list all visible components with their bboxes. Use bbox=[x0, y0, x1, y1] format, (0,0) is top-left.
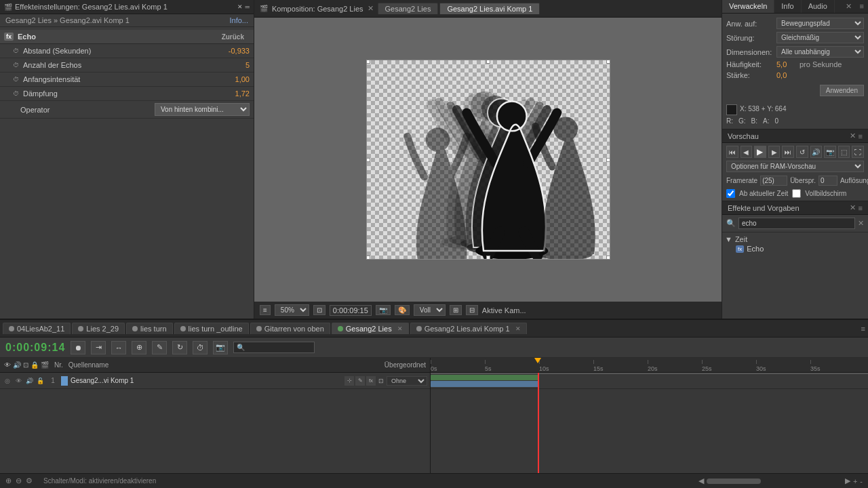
handle-ml[interactable] bbox=[366, 158, 370, 162]
audio-btn[interactable]: 🔊 bbox=[810, 146, 823, 158]
timeline-scrollbar[interactable] bbox=[707, 479, 842, 484]
ext-btn[interactable]: ⬚ bbox=[838, 146, 850, 158]
handle-tm[interactable] bbox=[486, 60, 490, 64]
vollbild-check[interactable] bbox=[792, 189, 801, 198]
fullscreen-btn[interactable]: ⛶ bbox=[852, 146, 864, 158]
parent-select-1[interactable]: Ohne bbox=[387, 376, 427, 386]
camera-btn[interactable]: 📷 bbox=[376, 305, 391, 315]
audio-icon[interactable]: 🔊 bbox=[24, 376, 34, 386]
tl-ctrl-btn-2[interactable]: ⇥ bbox=[91, 341, 106, 354]
tl-ctrl-btn-1[interactable]: ⏺ bbox=[71, 341, 85, 354]
layer-track-bar[interactable] bbox=[431, 381, 539, 387]
effekte-close[interactable]: ✕ bbox=[850, 203, 856, 212]
handle-bl[interactable] bbox=[366, 256, 370, 260]
fit-btn[interactable]: ⊡ bbox=[313, 305, 326, 315]
layer-icon-1[interactable]: ⊹ bbox=[344, 376, 354, 386]
handle-tr[interactable] bbox=[606, 60, 610, 64]
tl-tab-2[interactable]: lies turn bbox=[126, 323, 173, 334]
anzahl-value[interactable]: 5 bbox=[209, 61, 250, 69]
grid-btn[interactable]: ⊞ bbox=[450, 305, 462, 315]
footer-icon-2[interactable]: ⊖ bbox=[16, 476, 22, 485]
tab-audio[interactable]: Audio bbox=[802, 0, 835, 13]
tl-tab-1[interactable]: Lies 2_29 bbox=[72, 323, 125, 334]
zoom-out-btn[interactable]: - bbox=[860, 477, 863, 485]
loop-btn[interactable]: ↺ bbox=[796, 146, 808, 158]
handle-tl[interactable] bbox=[366, 60, 370, 64]
tl-ctrl-btn-7[interactable]: ⏱ bbox=[193, 341, 208, 354]
layer-name-1[interactable]: Gesang2...vi Komp 1 bbox=[71, 377, 342, 384]
dimension-select[interactable]: Alle unabhängig bbox=[776, 46, 864, 58]
timeline-menu[interactable]: ≡ bbox=[861, 325, 865, 333]
anw-select[interactable]: Bewegungspfad bbox=[776, 18, 864, 29]
ram-select[interactable]: Optionen für RAM-Vorschau bbox=[726, 161, 864, 172]
tl-tab-close-6[interactable]: ✕ bbox=[515, 325, 521, 332]
tl-tab-6[interactable]: Gesang2 Lies.avi Komp 1 ✕ bbox=[410, 323, 527, 334]
comp-tab-1[interactable]: Gesang2 Lies.avi Komp 1 bbox=[439, 3, 540, 14]
framerate-input[interactable] bbox=[760, 176, 787, 186]
tab-verwackeln[interactable]: Verwackeln bbox=[722, 0, 774, 13]
tl-tab-0[interactable]: 04LiesAb2_11 bbox=[3, 323, 71, 334]
tree-label-zeit[interactable]: ▼ Zeit bbox=[725, 235, 865, 243]
right-panel-close[interactable]: ✕ bbox=[842, 0, 856, 13]
tab-info-right[interactable]: Info bbox=[774, 0, 801, 13]
ubersp-input[interactable] bbox=[818, 176, 837, 186]
comp-tab-0[interactable]: Gesang2 Lies bbox=[378, 3, 439, 14]
scroll-left-btn[interactable]: ◀ bbox=[698, 476, 704, 485]
handle-bm[interactable] bbox=[486, 256, 490, 260]
vorschau-close[interactable]: ✕ bbox=[850, 131, 856, 140]
effect-name[interactable]: Echo bbox=[18, 33, 222, 41]
right-panel-menu[interactable]: ≡ bbox=[856, 0, 868, 13]
vorschau-menu[interactable]: ≡ bbox=[859, 132, 863, 140]
step-back-btn[interactable]: ◀ bbox=[741, 146, 753, 158]
operator-select[interactable]: Von hinten kombini... bbox=[155, 103, 250, 116]
tl-ctrl-btn-3[interactable]: ↔ bbox=[111, 341, 126, 354]
tree-item-echo[interactable]: fx Echo bbox=[725, 243, 865, 254]
comp-close-icon[interactable]: ✕ bbox=[368, 4, 374, 13]
tl-tab-3[interactable]: lies turn _outline bbox=[174, 323, 249, 334]
storung-select[interactable]: Gleichmäßig bbox=[776, 32, 864, 43]
haufigkeit-value[interactable]: 5,0 bbox=[776, 60, 797, 68]
snapshot-btn[interactable]: 📷 bbox=[824, 146, 836, 158]
handle-mr[interactable] bbox=[606, 158, 610, 162]
color-btn[interactable]: 🎨 bbox=[395, 305, 410, 315]
info-link[interactable]: Info... bbox=[229, 16, 248, 24]
lock-icon[interactable]: 🔓 bbox=[35, 376, 45, 386]
step-fwd-btn[interactable]: ▶ bbox=[768, 146, 781, 158]
zoom-in-btn[interactable]: + bbox=[853, 477, 857, 485]
scroll-right-btn[interactable]: ▶ bbox=[845, 476, 850, 485]
tl-ctrl-btn-5[interactable]: ✎ bbox=[152, 341, 167, 354]
quality-select[interactable]: Voll bbox=[414, 304, 446, 316]
solo-icon[interactable]: ◎ bbox=[3, 376, 12, 386]
back-label[interactable]: Zurück bbox=[222, 33, 244, 41]
layer-fx-btn[interactable]: fx bbox=[366, 376, 376, 386]
collapse-icon[interactable]: ═ bbox=[245, 3, 250, 10]
timeline-search-input[interactable] bbox=[233, 342, 315, 353]
ab-aktueller-check[interactable] bbox=[726, 189, 735, 198]
goto-start-btn[interactable]: ⏮ bbox=[726, 146, 738, 158]
layer-edit-btn[interactable]: ✎ bbox=[355, 376, 365, 386]
apply-button[interactable]: Anwenden bbox=[820, 85, 864, 96]
tl-tab-5[interactable]: Gesang2 Lies ✕ bbox=[332, 323, 409, 334]
viewer-menu-btn[interactable]: ≡ bbox=[260, 305, 271, 315]
play-btn[interactable]: ▶ bbox=[754, 146, 766, 158]
tl-ctrl-btn-4[interactable]: ⊕ bbox=[132, 341, 146, 354]
tl-ctrl-btn-6[interactable]: ↻ bbox=[172, 341, 187, 354]
scrollbar-thumb[interactable] bbox=[707, 479, 761, 484]
starke-value[interactable]: 0,0 bbox=[776, 71, 797, 79]
clear-search-btn[interactable]: ✕ bbox=[858, 219, 864, 228]
close-icon[interactable]: ✕ bbox=[237, 3, 243, 10]
tl-tab-4[interactable]: Gitarren von oben bbox=[250, 323, 330, 334]
eye-icon[interactable]: 👁 bbox=[14, 376, 23, 386]
zoom-select[interactable]: 50% bbox=[275, 304, 309, 316]
tl-ctrl-btn-8[interactable]: 📷 bbox=[213, 341, 228, 354]
snap-btn[interactable]: ⊟ bbox=[466, 305, 478, 315]
handle-br[interactable] bbox=[606, 256, 610, 260]
goto-end-btn[interactable]: ⏭ bbox=[782, 146, 794, 158]
footer-icon-1[interactable]: ⊕ bbox=[5, 476, 12, 485]
effekte-search-input[interactable] bbox=[738, 218, 855, 229]
dampfung-value[interactable]: 1,72 bbox=[209, 89, 250, 98]
tl-tab-close-5[interactable]: ✕ bbox=[397, 325, 403, 332]
anfangs-value[interactable]: 1,00 bbox=[209, 75, 250, 83]
effekte-menu[interactable]: ≡ bbox=[859, 204, 863, 212]
footer-icon-3[interactable]: ⚙ bbox=[26, 476, 33, 485]
